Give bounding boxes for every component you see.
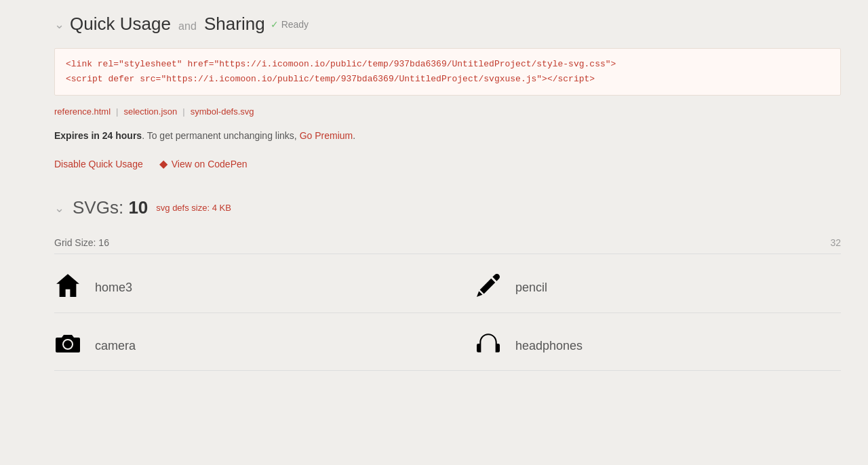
- ready-label: Ready: [281, 19, 309, 30]
- grid-size-row: Grid Size: 16 32: [54, 232, 841, 254]
- action-links: Disable Quick Usage ◆ View on CodePen: [54, 157, 841, 170]
- separator-2: |: [182, 106, 184, 117]
- icon-item-headphones[interactable]: headphones: [448, 313, 841, 371]
- codepen-icon: ◆: [159, 157, 167, 170]
- quick-usage-header: ⌄ Quick Usage and Sharing ✓ Ready: [54, 14, 841, 35]
- quick-usage-title: Quick Usage and Sharing: [70, 14, 265, 35]
- ready-badge: ✓ Ready: [271, 19, 309, 30]
- svgs-title: SVGs: 10: [73, 197, 148, 218]
- code-block[interactable]: <link rel="stylesheet" href="https://i.i…: [54, 48, 841, 96]
- svgs-header: ⌄ SVGs: 10 svg defs size: 4 KB: [54, 197, 841, 218]
- file-links: reference.html | selection.json | symbol…: [54, 106, 841, 117]
- camera-label: camera: [95, 339, 136, 353]
- codepen-label: View on CodePen: [172, 159, 248, 169]
- chevron-down-icon[interactable]: ⌄: [54, 17, 64, 32]
- disable-quick-usage-link[interactable]: Disable Quick Usage: [54, 159, 143, 169]
- quick-usage-label: Quick Usage: [70, 14, 171, 34]
- pencil-label: pencil: [515, 281, 547, 295]
- expires-middle: . To get permanent unchanging links,: [142, 130, 297, 141]
- view-on-codepen-link[interactable]: ◆ View on CodePen: [159, 157, 248, 170]
- home3-label: home3: [95, 281, 132, 295]
- expires-bold: Expires in 24 hours: [54, 130, 142, 141]
- icon-grid: home3 pencil camera: [54, 254, 841, 371]
- page-container: ⌄ Quick Usage and Sharing ✓ Ready <link …: [0, 0, 868, 398]
- expires-text: Expires in 24 hours. To get permanent un…: [54, 130, 841, 141]
- selection-json-link[interactable]: selection.json: [123, 106, 177, 117]
- svgs-defs-size: svg defs size: 4 KB: [156, 203, 231, 213]
- icon-item-home3[interactable]: home3: [54, 254, 448, 313]
- grid-size-right: 32: [830, 237, 841, 248]
- headphones-icon: [475, 332, 502, 359]
- code-line-1: <link rel="stylesheet" href="https://i.i…: [66, 57, 829, 72]
- svgs-section: ⌄ SVGs: 10 svg defs size: 4 KB Grid Size…: [54, 197, 841, 371]
- svgs-count: 10: [128, 197, 148, 218]
- icon-item-pencil[interactable]: pencil: [448, 254, 841, 313]
- check-icon: ✓: [271, 19, 279, 30]
- home3-icon: [54, 273, 81, 302]
- code-line-2: <script defer src="https://i.icomoon.io/…: [66, 72, 829, 87]
- go-premium-link[interactable]: Go Premium: [300, 130, 353, 141]
- svgs-label: SVGs:: [73, 197, 123, 218]
- headphones-label: headphones: [515, 339, 583, 353]
- grid-size-label: Grid Size: 16: [54, 237, 109, 248]
- icon-item-camera[interactable]: camera: [54, 313, 448, 371]
- pencil-icon: [475, 274, 502, 301]
- sharing-label: Sharing: [204, 14, 265, 34]
- camera-icon: [54, 332, 81, 359]
- symbol-defs-link[interactable]: symbol-defs.svg: [191, 106, 254, 117]
- and-word: and: [178, 20, 197, 32]
- expires-period: .: [353, 130, 355, 141]
- separator-1: |: [116, 106, 118, 117]
- reference-html-link[interactable]: reference.html: [54, 106, 111, 117]
- svgs-chevron-icon[interactable]: ⌄: [54, 201, 64, 216]
